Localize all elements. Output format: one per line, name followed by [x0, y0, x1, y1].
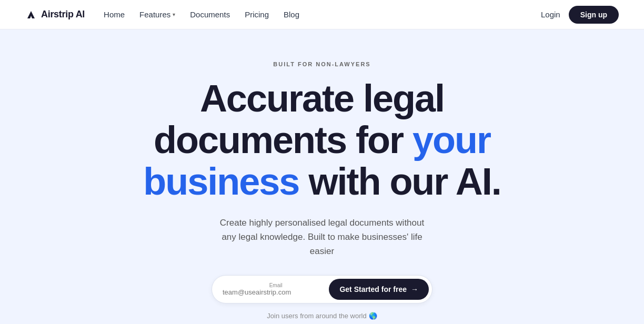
nav-features[interactable]: Features ▾ [139, 10, 175, 19]
nav-pricing[interactable]: Pricing [245, 10, 269, 19]
logo-text: Airstrip AI [41, 9, 85, 20]
hero-title: Accurate legal documents for your busine… [138, 78, 506, 203]
globe-icon: 🌎 [369, 312, 377, 320]
eyebrow-text: BUILT FOR NON-LAWYERS [273, 61, 370, 67]
email-input[interactable] [223, 288, 329, 296]
email-form: Email Get Started for free → [212, 275, 432, 303]
cta-button[interactable]: Get Started for free → [329, 279, 429, 300]
cta-label: Get Started for free [339, 285, 407, 293]
features-chevron-icon: ▾ [173, 12, 175, 17]
login-button[interactable]: Login [541, 10, 560, 19]
navbar: Airstrip AI Home Features ▾ Documents Pr… [0, 0, 644, 29]
signup-button[interactable]: Sign up [569, 6, 619, 24]
nav-home[interactable]: Home [104, 10, 125, 19]
nav-links: Home Features ▾ Documents Pricing Blog [104, 10, 299, 19]
email-label: Email [223, 282, 329, 288]
navbar-right: Login Sign up [541, 6, 619, 24]
logo-area[interactable]: Airstrip AI [25, 9, 85, 21]
airstrip-logo-icon [25, 9, 37, 21]
hero-title-part1: Accurate legal documents for [154, 77, 444, 161]
join-text: Join users from around the world [267, 312, 366, 320]
hero-subtitle: Create highly personalised legal documen… [212, 216, 432, 259]
hero-title-part2: with our AI. [299, 160, 500, 202]
join-text-area: Join users from around the world 🌎 [267, 312, 377, 320]
hero-section: BUILT FOR NON-LAWYERS Accurate legal doc… [0, 29, 644, 324]
email-input-wrapper: Email [223, 282, 329, 296]
navbar-left: Airstrip AI Home Features ▾ Documents Pr… [25, 9, 299, 21]
arrow-icon: → [411, 285, 418, 293]
nav-documents[interactable]: Documents [190, 10, 230, 19]
nav-blog[interactable]: Blog [284, 10, 299, 19]
